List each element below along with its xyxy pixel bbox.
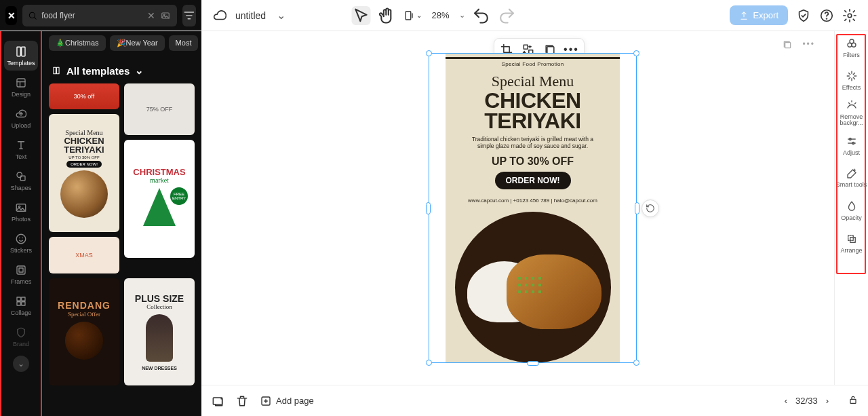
svg-rect-7	[17, 47, 20, 56]
rail-frames[interactable]: Frames	[4, 259, 38, 289]
rail-stickers[interactable]: Stickers	[4, 228, 38, 258]
resize-handle-tl[interactable]	[426, 50, 432, 56]
svg-rect-36	[850, 399, 856, 403]
canvas-area[interactable]: Page 32 ••• ••• Special Food Promotion S…	[201, 31, 834, 385]
settings-icon[interactable]	[842, 8, 857, 23]
chip-most[interactable]: Most	[169, 35, 199, 51]
selection-box[interactable]	[429, 53, 637, 363]
duplicate-page-icon[interactable]	[782, 39, 793, 53]
doc-title[interactable]: untitled	[235, 10, 266, 21]
rail-label: Design	[12, 91, 31, 98]
bowl-graphic	[60, 170, 108, 218]
cloud-icon	[212, 8, 227, 23]
next-page-button[interactable]: ›	[826, 396, 829, 406]
template-card[interactable]: 30% off	[49, 83, 119, 109]
export-icon	[739, 11, 749, 20]
figure-graphic	[146, 314, 173, 362]
svg-rect-15	[17, 266, 25, 274]
bottombar: Add page ‹ 32/33 ›	[201, 385, 868, 416]
svg-rect-8	[22, 47, 25, 56]
layers-button[interactable]	[211, 394, 224, 408]
topbar-right: Export	[730, 5, 868, 25]
resize-handle-bl[interactable]	[426, 360, 432, 366]
template-grid: 30% off 75% OFF Special Menu CHICKEN TER…	[42, 83, 201, 385]
svg-rect-26	[785, 43, 791, 48]
undo-button[interactable]	[472, 6, 491, 25]
svg-rect-16	[19, 268, 23, 272]
rail-label: Brand	[13, 341, 29, 347]
svg-rect-20	[22, 301, 25, 305]
hand-tool[interactable]	[377, 6, 396, 25]
chip-christmas[interactable]: 🎄Christmas	[49, 35, 106, 51]
export-label: Export	[753, 10, 778, 20]
search-box[interactable]: ✕	[22, 5, 177, 26]
resize-handle-br[interactable]	[633, 360, 639, 366]
template-card[interactable]: Special Menu CHICKEN TERIYAKI UP TO 30% …	[49, 114, 119, 232]
rail-text[interactable]: Text	[4, 134, 38, 164]
resize-handle-r[interactable]	[635, 202, 639, 214]
svg-rect-21	[54, 67, 56, 73]
rail-upload[interactable]: Upload	[4, 103, 38, 133]
right-rail: Filters Effects Remove backgr... Adjust …	[834, 31, 868, 416]
redo-button[interactable]	[498, 6, 517, 25]
image-search-icon[interactable]	[159, 10, 172, 22]
svg-rect-9	[17, 79, 25, 87]
resize-tool[interactable]: ⌄	[403, 6, 422, 25]
free-entry-badge: FREE ENTRY	[170, 187, 188, 205]
page-actions: •••	[782, 39, 815, 53]
rail-design[interactable]: Design	[4, 72, 38, 102]
app-logo[interactable]: ✕	[5, 6, 17, 25]
rail-label: Photos	[12, 216, 31, 223]
template-card[interactable]: CHRISTMAS market FREE ENTRY	[124, 140, 195, 258]
templates-panel: 🎄Christmas 🎉New Year Most All templates …	[42, 31, 201, 416]
left-rail: Templates Design Upload Text Shapes Phot…	[0, 31, 42, 416]
rail-label: Frames	[11, 278, 32, 285]
svg-rect-17	[17, 297, 20, 301]
annotation-box-right	[836, 34, 866, 274]
page-more-icon[interactable]: •••	[802, 39, 815, 53]
panel-header[interactable]: All templates ⌄	[42, 55, 201, 83]
rail-templates[interactable]: Templates	[4, 41, 38, 71]
rail-label: Upload	[12, 122, 31, 129]
filter-button[interactable]	[182, 5, 196, 26]
template-card[interactable]: RENDANG Special Offer	[49, 278, 119, 385]
add-page-label: Add page	[276, 396, 314, 406]
rail-label: Stickers	[10, 247, 32, 254]
template-card[interactable]: PLUS SIZE Collection NEW DRESSES	[124, 278, 195, 385]
zoom-level[interactable]: 28%	[429, 10, 452, 20]
add-page-button[interactable]: Add page	[260, 395, 314, 407]
rail-collage[interactable]: Collage	[4, 290, 38, 320]
clear-search-icon[interactable]: ✕	[147, 10, 155, 21]
title-chevron-icon[interactable]: ⌄	[277, 9, 285, 22]
chip-newyear[interactable]: 🎉New Year	[110, 35, 165, 51]
doc-title-area: untitled ⌄	[201, 8, 296, 23]
rail-more[interactable]: ⌄	[13, 356, 29, 372]
search-input[interactable]	[41, 11, 143, 20]
shield-icon[interactable]	[796, 8, 811, 23]
templates-icon	[52, 66, 61, 75]
topbar-left: ✕ ✕	[0, 0, 201, 31]
resize-handle-b[interactable]	[527, 361, 539, 366]
rail-brand[interactable]: Brand	[4, 322, 38, 352]
svg-point-14	[16, 234, 26, 244]
export-button[interactable]: Export	[730, 5, 788, 25]
template-card[interactable]: XMAS	[49, 237, 119, 273]
rail-label: Shapes	[11, 185, 32, 191]
rail-label: Collage	[11, 309, 32, 316]
zoom-chevron-icon[interactable]: ⌄	[459, 11, 465, 20]
rail-photos[interactable]: Photos	[4, 197, 38, 227]
lock-button[interactable]	[848, 394, 859, 407]
bowl-graphic	[65, 322, 103, 360]
select-tool[interactable]	[351, 6, 370, 25]
template-card[interactable]: 75% OFF	[124, 83, 195, 135]
canvas-tools: ⌄ 28% ⌄	[351, 6, 516, 25]
resize-handle-l[interactable]	[426, 202, 431, 214]
rail-shapes[interactable]: Shapes	[4, 166, 38, 195]
delete-page-button[interactable]	[235, 394, 249, 408]
prev-page-button[interactable]: ‹	[785, 396, 787, 406]
resize-handle-tr[interactable]	[633, 50, 639, 56]
page-counter: 32/33	[795, 396, 818, 406]
svg-rect-23	[524, 45, 528, 49]
rotate-button[interactable]	[642, 200, 659, 217]
help-icon[interactable]	[819, 8, 834, 23]
